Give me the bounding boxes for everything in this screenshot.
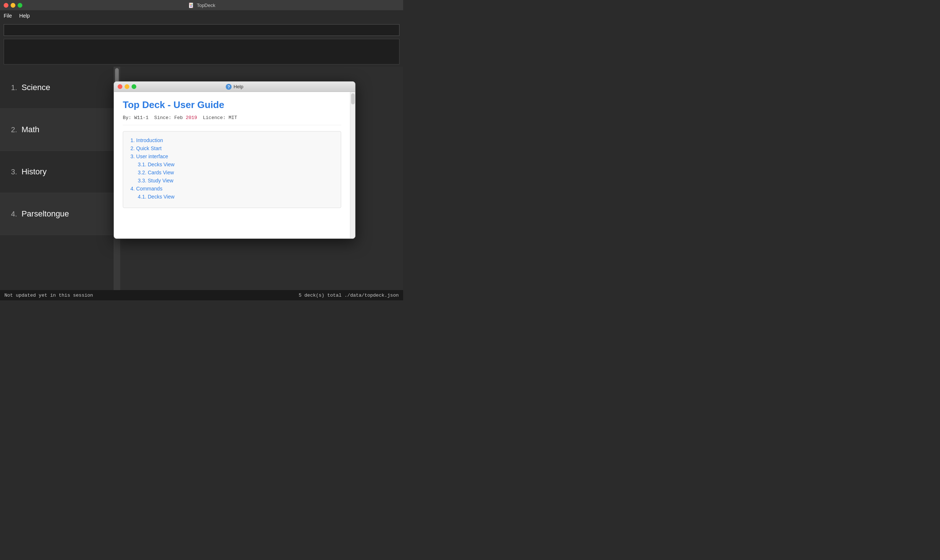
toc-item-4[interactable]: 4. Commands — [131, 186, 333, 192]
menu-help[interactable]: Help — [19, 13, 30, 18]
command-box-area — [0, 21, 403, 37]
deck-num-2: 2. — [11, 126, 17, 134]
app-title: 🃏 TopDeck — [188, 3, 216, 8]
status-bar-footer: Not updated yet in this session 5 deck(s… — [0, 290, 403, 300]
app-icon: 🃏 — [188, 3, 194, 8]
deck-list: 1. Science 2. Math 3. History 4. Parselt… — [0, 67, 114, 290]
menu-bar: File Help — [0, 10, 403, 21]
deck-item-science[interactable]: 1. Science — [0, 67, 114, 109]
deck-name-parseltongue: Parseltongue — [22, 209, 69, 218]
deck-name-math: Math — [22, 125, 40, 134]
maximize-button[interactable] — [18, 3, 22, 8]
title-bar: 🃏 TopDeck — [0, 0, 403, 10]
help-question-icon: ? — [226, 84, 232, 90]
help-scrollbar-thumb[interactable] — [351, 93, 355, 105]
help-close-button[interactable] — [118, 84, 122, 89]
help-meta: By: W11-1 Since: Feb 2019 Licence: MIT — [123, 115, 341, 125]
status-left: Not updated yet in this session — [5, 292, 93, 298]
deck-item-math[interactable]: 2. Math — [0, 109, 114, 151]
deck-num-4: 4. — [11, 210, 17, 218]
results-display — [4, 39, 399, 65]
minimize-button[interactable] — [11, 3, 15, 8]
status-right: 5 deck(s) total ./data/topdeck.json — [299, 292, 399, 298]
toc-item-4-1[interactable]: 4.1. Decks View — [138, 194, 333, 200]
toc-item-2[interactable]: 2. Quick Start — [131, 145, 333, 151]
deck-item-parseltongue[interactable]: 4. Parseltongue — [0, 193, 114, 235]
deck-num-1: 1. — [11, 83, 17, 92]
deck-item-history[interactable]: 3. History — [0, 151, 114, 193]
deck-name-science: Science — [22, 83, 50, 92]
help-traffic-lights — [118, 84, 136, 89]
help-heading: Top Deck - User Guide — [123, 99, 341, 111]
help-minimize-button[interactable] — [125, 84, 129, 89]
app-window: 🃏 TopDeck File Help 1. Science 2. Math 3… — [0, 0, 403, 300]
deck-name-history: History — [22, 167, 46, 177]
help-scrollbar[interactable] — [350, 92, 355, 238]
help-content: Top Deck - User Guide By: W11-1 Since: F… — [114, 92, 355, 238]
main-panel: 1. Science 2. Math 3. History 4. Parselt… — [0, 67, 403, 290]
toc-item-3-2[interactable]: 3.2. Cards View — [138, 169, 333, 175]
help-title-bar: ? Help — [114, 82, 355, 92]
menu-file[interactable]: File — [4, 13, 12, 18]
traffic-lights — [4, 3, 22, 8]
toc-item-1[interactable]: 1. Introduction — [131, 137, 333, 143]
help-toc: 1. Introduction 2. Quick Start 3. User i… — [123, 131, 341, 208]
deck-num-3: 3. — [11, 168, 17, 176]
help-text-body: Top Deck - User Guide By: W11-1 Since: F… — [114, 92, 350, 238]
toc-item-3-3[interactable]: 3.3. Study View — [138, 178, 333, 183]
close-button[interactable] — [4, 3, 8, 8]
help-maximize-button[interactable] — [132, 84, 136, 89]
toc-item-3[interactable]: 3. User interface — [131, 154, 333, 159]
help-window: ? Help Top Deck - User Guide By: W11-1 S… — [114, 81, 356, 239]
toc-item-3-1[interactable]: 3.1. Decks View — [138, 162, 333, 168]
command-input[interactable] — [4, 24, 399, 36]
help-window-title: ? Help — [226, 84, 243, 90]
